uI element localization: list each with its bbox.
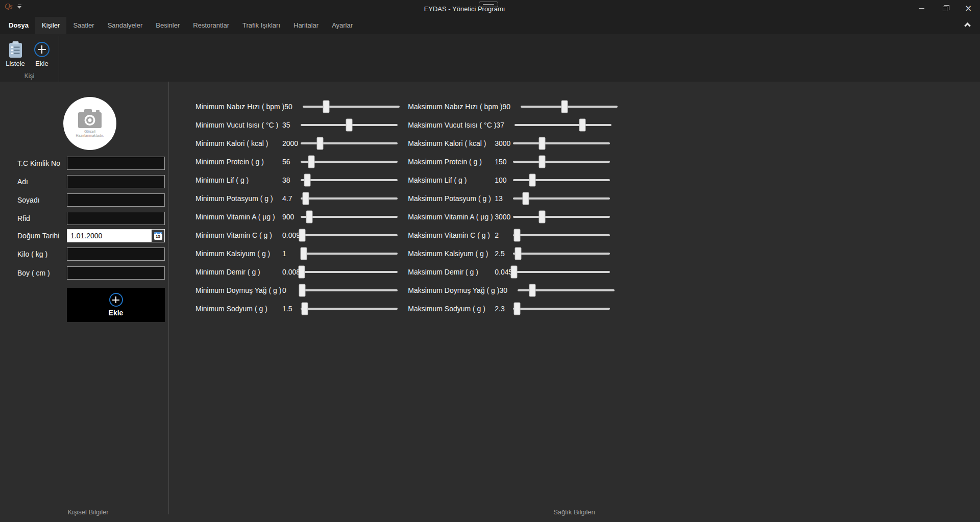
slider-track[interactable] xyxy=(301,308,398,310)
slider-row: Maksimum Lif ( g ) 100 xyxy=(408,171,618,189)
collapse-ribbon-button[interactable] xyxy=(965,17,980,34)
rfid-label: Rfid xyxy=(17,212,30,225)
slider-value: 30 xyxy=(499,286,518,294)
slider-value: 56 xyxy=(282,158,301,166)
slider-track[interactable] xyxy=(301,289,398,291)
slider-track[interactable] xyxy=(513,179,610,181)
ribbon-tab[interactable]: Sandalyeler xyxy=(101,17,150,34)
slider-thumb[interactable] xyxy=(511,266,518,279)
slider-row: Minimum Protein ( g ) 56 xyxy=(195,153,400,171)
ribbon-tab[interactable]: Dosya xyxy=(2,17,35,34)
slider-row: Maksimum Potasyum ( g ) 13 xyxy=(408,189,618,208)
slider-track[interactable] xyxy=(513,161,610,163)
ribbon-tab[interactable]: Kişiler xyxy=(35,17,66,34)
slider-thumb[interactable] xyxy=(302,192,309,205)
slider-track[interactable] xyxy=(514,124,611,126)
slider-track[interactable] xyxy=(301,179,398,181)
slider-track[interactable] xyxy=(301,124,398,126)
slider-track[interactable] xyxy=(301,271,398,273)
slider-thumb[interactable] xyxy=(317,137,324,150)
close-button[interactable]: × xyxy=(957,0,980,17)
slider-track[interactable] xyxy=(301,161,398,163)
health-sliders: Minimum Nabız Hızı ( bpm ) 50 Minimum Vu… xyxy=(195,97,618,318)
photo-placeholder[interactable]: Görseli Hazırlanmaktadır. xyxy=(63,97,116,150)
slider-thumb[interactable] xyxy=(513,229,520,242)
slider-thumb[interactable] xyxy=(300,247,307,260)
dogum-tarihi-input[interactable] xyxy=(67,230,152,242)
tc-kimlik-input[interactable] xyxy=(67,157,165,170)
form-row-kilo: Kilo ( kg ) xyxy=(0,247,168,261)
quick-access-dropdown-icon[interactable] xyxy=(17,5,22,10)
slider-thumb[interactable] xyxy=(301,303,308,315)
ribbon-tab[interactable]: Ayarlar xyxy=(325,17,359,34)
slider-thumb[interactable] xyxy=(299,284,305,297)
title-bar: Qs EYDAS - Yönetici Programı × xyxy=(0,0,980,17)
minimize-button[interactable] xyxy=(910,0,933,17)
slider-thumb[interactable] xyxy=(539,156,546,168)
slider-track[interactable] xyxy=(518,289,615,291)
slider-thumb[interactable] xyxy=(308,156,314,168)
slider-label: Minimum Doymuş Yağ ( g ) xyxy=(195,286,282,294)
boy-input[interactable] xyxy=(67,266,165,280)
slider-label: Minimum Vucut Isısı ( °C ) xyxy=(195,121,282,129)
ribbon-tab[interactable]: Saatler xyxy=(66,17,101,34)
slider-thumb[interactable] xyxy=(561,101,568,113)
slider-value: 150 xyxy=(495,158,513,166)
slider-track[interactable] xyxy=(301,216,398,218)
slider-thumb[interactable] xyxy=(529,284,535,297)
slider-track[interactable] xyxy=(513,308,610,310)
slider-track[interactable] xyxy=(521,106,618,108)
calendar-button[interactable]: 15 xyxy=(152,230,164,242)
slider-thumb[interactable] xyxy=(513,303,520,315)
slider-track[interactable] xyxy=(513,253,610,255)
ribbon-tab[interactable]: Haritalar xyxy=(287,17,325,34)
slider-row: Minimum Kalori ( kcal ) 2000 xyxy=(195,134,400,153)
plus-circle-icon xyxy=(109,293,123,307)
ribbon-tab[interactable]: Restorantlar xyxy=(186,17,236,34)
slider-track[interactable] xyxy=(301,234,398,236)
max-sliders-column: Maksimum Nabız Hızı ( bpm ) 90 Maksimum … xyxy=(408,97,618,318)
form-row-tc-kimlik: T.C Kimlik No xyxy=(0,157,168,170)
slider-thumb[interactable] xyxy=(346,119,353,132)
adi-input[interactable] xyxy=(67,175,165,188)
rfid-input[interactable] xyxy=(67,212,165,225)
slider-thumb[interactable] xyxy=(514,247,521,260)
slider-thumb[interactable] xyxy=(298,266,305,279)
slider-thumb[interactable] xyxy=(579,119,586,132)
slider-row: Minimum Vitamin C ( g ) 0.009 xyxy=(195,226,400,244)
slider-thumb[interactable] xyxy=(529,174,536,187)
slider-value: 100 xyxy=(495,176,513,184)
slider-track[interactable] xyxy=(513,216,610,218)
slider-track[interactable] xyxy=(513,234,610,236)
slider-row: Maksimum Vitamin A ( µg ) 3000 xyxy=(408,208,618,226)
slider-thumb[interactable] xyxy=(304,174,311,187)
slider-thumb[interactable] xyxy=(522,192,529,205)
slider-thumb[interactable] xyxy=(306,211,313,223)
slider-thumb[interactable] xyxy=(539,211,546,223)
slider-value: 2.5 xyxy=(495,250,513,258)
slider-thumb[interactable] xyxy=(539,137,546,150)
slider-label: Maksimum Protein ( g ) xyxy=(408,158,495,166)
ribbon-tab[interactable]: Trafik Işıkları xyxy=(236,17,287,34)
restore-button[interactable] xyxy=(933,0,957,17)
add-person-button[interactable]: Ekle xyxy=(67,288,165,322)
listele-button[interactable]: Listele xyxy=(2,34,29,74)
slider-label: Minimum Potasyum ( g ) xyxy=(195,194,282,203)
slider-track[interactable] xyxy=(301,253,398,255)
slider-row: Minimum Kalsiyum ( g ) 1 xyxy=(195,244,400,263)
plus-circle-icon xyxy=(34,41,50,58)
slider-row: Maksimum Demir ( g ) 0.045 xyxy=(408,263,618,281)
slider-track[interactable] xyxy=(303,106,400,108)
slider-track[interactable] xyxy=(513,271,610,273)
ribbon-tab[interactable]: Besinler xyxy=(149,17,186,34)
slider-label: Minimum Sodyum ( g ) xyxy=(195,305,282,313)
slider-track[interactable] xyxy=(301,197,398,200)
slider-thumb[interactable] xyxy=(299,229,305,242)
ekle-ribbon-button[interactable]: Ekle xyxy=(29,34,55,74)
soyadi-input[interactable] xyxy=(67,193,165,207)
kilo-input[interactable] xyxy=(67,247,165,261)
slider-track[interactable] xyxy=(513,197,610,200)
slider-track[interactable] xyxy=(513,142,610,144)
slider-thumb[interactable] xyxy=(323,101,329,113)
slider-track[interactable] xyxy=(301,142,398,144)
